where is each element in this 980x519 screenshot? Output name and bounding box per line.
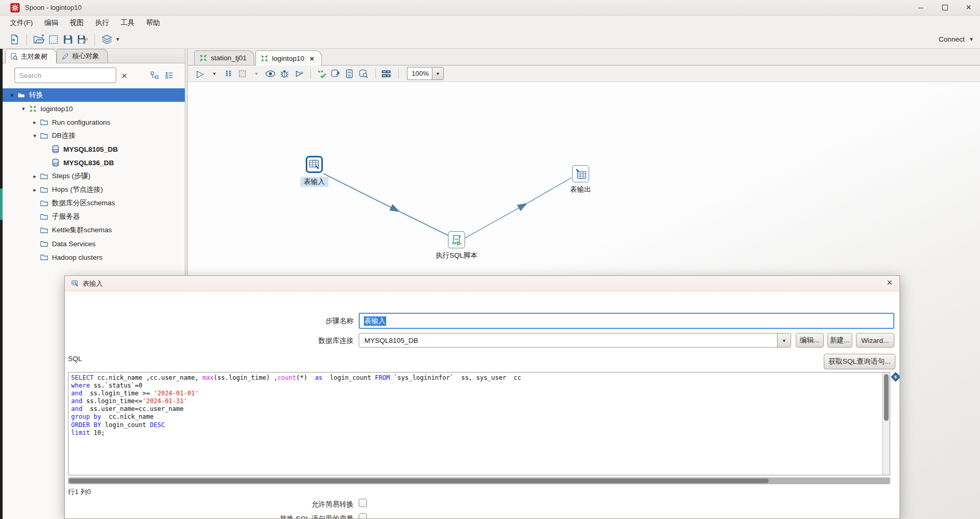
edit-connection-button[interactable]: 编辑...	[796, 333, 824, 348]
step-name-input[interactable]: 表输入	[359, 313, 894, 329]
run-options-caret[interactable]: ▾	[208, 67, 221, 81]
tree-item-transforms-root[interactable]: ▾转换	[0, 88, 185, 102]
menu-item-5[interactable]: 帮助	[140, 17, 166, 29]
table-input-icon	[71, 280, 79, 287]
close-button[interactable]: ×	[964, 4, 973, 12]
maximize-button[interactable]	[941, 4, 949, 12]
menu-item-3[interactable]: 执行	[89, 17, 115, 29]
tree-item-label: Run configurations	[52, 118, 111, 126]
title-bar: Spoon - logintop10 ─ ×	[0, 0, 980, 16]
menu-item-0[interactable]: 文件(F)	[4, 17, 38, 29]
tab-close-icon[interactable]: ×	[309, 54, 314, 63]
connection-value: MYSQL8105_DB	[359, 337, 777, 344]
document-tab-station-tj01[interactable]: station_tj01	[194, 50, 254, 65]
connection-caret-icon[interactable]: ▾	[777, 334, 791, 347]
hop-connector-0[interactable]	[323, 174, 449, 236]
new-connection-button[interactable]: 新建...	[827, 333, 852, 348]
sql-editor[interactable]: SELECT cc.nick_name ,cc.user_name, max(s…	[68, 372, 890, 475]
show-connections-icon[interactable]	[151, 71, 159, 79]
tree-item-run-configurations[interactable]: ▸Run configurations	[0, 115, 185, 129]
step-node-table-input[interactable]: 表输入	[306, 156, 323, 173]
collapse-arrow-icon[interactable]: ▾	[30, 132, 39, 139]
connection-combo[interactable]: MYSQL8105_DB ▾	[359, 333, 791, 348]
scrollbar-thumb[interactable]	[884, 374, 889, 421]
toolbar-separator	[26, 34, 27, 45]
tree-item-steps[interactable]: ▸Steps (步骤)	[0, 169, 185, 183]
show-results-button[interactable]	[380, 67, 392, 81]
expand-arrow-icon[interactable]: ▸	[30, 187, 39, 193]
toolbar-separator	[94, 34, 95, 45]
debug-button[interactable]	[278, 67, 291, 81]
zoom-caret-icon[interactable]: ▾	[432, 67, 444, 80]
perspective-layers-button[interactable]	[100, 32, 114, 47]
tree-item-hadoop-clusters[interactable]: Hadoop clusters	[0, 250, 185, 264]
stop-options-caret[interactable]: ▾	[250, 67, 263, 81]
sidebar-accent-bar	[0, 189, 3, 220]
run-button[interactable]: ▷	[194, 67, 207, 81]
menu-item-2[interactable]: 视图	[64, 17, 89, 29]
svg-text:SQL: SQL	[454, 238, 459, 241]
dialog-header[interactable]: 表输入 ×	[65, 276, 900, 291]
step-node-table-output[interactable]: 表输出	[572, 165, 589, 182]
tab-label: station_tj01	[211, 54, 247, 62]
menu-item-1[interactable]: 编辑	[38, 17, 64, 29]
get-sql-toolbar-button[interactable]: SQL	[343, 67, 356, 81]
explore-repository-button[interactable]	[46, 32, 61, 47]
verify-transformation-button[interactable]	[315, 67, 328, 81]
tree-item-slave-servers[interactable]: 子服务器	[0, 210, 185, 223]
tab-core-objects[interactable]: 核心对象	[57, 49, 108, 63]
tree-item-mysql836-db[interactable]: MYSQL836_DB	[0, 156, 185, 169]
collapse-arrow-icon[interactable]: ▾	[7, 92, 17, 99]
tree-item-label: 子服务器	[52, 212, 80, 221]
expand-arrow-icon[interactable]: ▸	[30, 119, 39, 126]
tree-item-logintop10[interactable]: ▾logintop10	[0, 102, 185, 115]
tree-item-db-connections[interactable]: ▾DB连接	[0, 129, 185, 142]
tree-item-mysql8105-db[interactable]: MYSQL8105_DB	[0, 142, 185, 156]
database-icon	[51, 158, 60, 167]
lazy-conversion-checkbox[interactable]	[359, 499, 367, 507]
lazy-conversion-label: 允许简易转换	[198, 500, 353, 509]
get-sql-statement-button[interactable]: 获取SQL查询语句...	[824, 354, 895, 369]
save-as-button[interactable]	[75, 32, 90, 47]
connect-button[interactable]: Connect ▾	[934, 33, 977, 45]
search-input[interactable]	[15, 68, 116, 83]
dialog-close-icon[interactable]: ×	[887, 277, 892, 288]
replay-button[interactable]	[292, 67, 305, 81]
explore-database-button[interactable]	[357, 67, 370, 81]
minimize-button[interactable]: ─	[917, 4, 925, 12]
folder-icon	[39, 185, 49, 194]
perspective-caret-icon[interactable]: ▾	[116, 36, 119, 43]
database-icon	[51, 144, 60, 154]
tree-item-data-services[interactable]: Data Services	[0, 237, 185, 250]
list-view-icon[interactable]	[165, 71, 173, 79]
collapse-arrow-icon[interactable]: ▾	[19, 105, 28, 112]
tree-item-partition-schemas[interactable]: 数据库分区schemas	[0, 196, 185, 210]
tree-item-cluster-schemas[interactable]: Kettle集群schemas	[0, 223, 185, 237]
hop-connector-1[interactable]	[465, 178, 571, 238]
expand-arrow-icon[interactable]: ▸	[30, 173, 39, 180]
new-file-button[interactable]	[7, 32, 22, 47]
menu-item-4[interactable]: 工具	[115, 17, 140, 29]
clear-search-icon[interactable]: ×	[121, 71, 127, 81]
pause-button[interactable]	[222, 67, 235, 81]
stop-button[interactable]	[236, 67, 249, 81]
sql-horizontal-scrollbar[interactable]	[68, 477, 890, 484]
replace-variables-checkbox[interactable]	[359, 513, 367, 519]
window-edge	[0, 49, 3, 519]
tree-item-hops[interactable]: ▸Hops (节点连接)	[0, 183, 185, 196]
zoom-level-combo[interactable]: 100% ▾	[407, 67, 444, 80]
sql-vertical-scrollbar[interactable]	[882, 372, 890, 475]
document-tab-logintop10[interactable]: logintop10×	[255, 50, 322, 65]
sql-line: and ss.login_time >= '2024-01-01'	[71, 390, 887, 397]
zoom-level-value[interactable]: 100%	[407, 67, 432, 80]
preview-button[interactable]	[264, 67, 277, 81]
scrollbar-thumb[interactable]	[69, 478, 769, 483]
wizard-button[interactable]: Wizard...	[856, 333, 894, 348]
open-file-button[interactable]	[32, 32, 46, 47]
step-node-sql-script[interactable]: SQL执行SQL脚本	[448, 231, 465, 248]
save-button[interactable]	[61, 32, 75, 47]
toolbar-separator	[375, 69, 376, 79]
tab-view-tree[interactable]: 主对象树	[5, 49, 57, 63]
impact-analysis-button[interactable]	[329, 67, 342, 81]
canvas-toolbar: ▷ ▾ ▾	[188, 65, 980, 82]
